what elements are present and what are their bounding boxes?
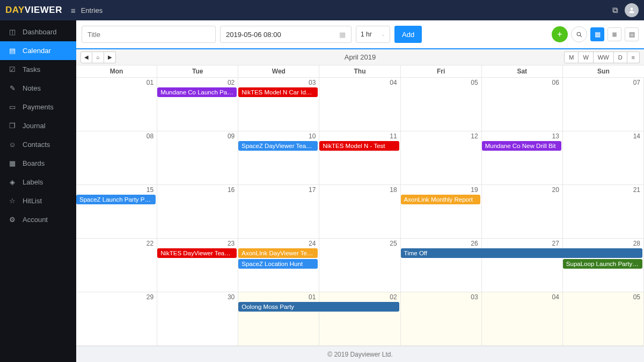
calendar-cell[interactable]: 01 — [76, 78, 157, 131]
view-m-button[interactable]: M — [564, 51, 579, 63]
calendar-cell[interactable]: 02 — [157, 78, 238, 131]
contacts-icon: ☺ — [9, 141, 16, 149]
sidebar-item-calendar[interactable]: ▤Calendar — [0, 41, 76, 60]
calendar-event[interactable]: Mundane Co Launch Party … — [157, 87, 237, 97]
calendar-event[interactable]: SupaLoop Launch Party Pa… — [563, 259, 642, 269]
date-input[interactable]: 2019-05-06 08:00 ▦ — [220, 26, 352, 43]
calendar-cell[interactable]: 30 — [157, 292, 238, 345]
calendar-cell[interactable]: 04 — [482, 292, 563, 345]
calendar-cell[interactable]: 03 — [401, 292, 482, 345]
sidebar-item-tasks[interactable]: ☑Tasks — [0, 60, 76, 79]
view-list-button[interactable]: ≣ — [608, 27, 621, 41]
view-grid-button[interactable]: ▤ — [625, 27, 639, 41]
calendar-cell[interactable]: 15 — [76, 185, 157, 238]
svg-line-2 — [580, 35, 581, 36]
calendar-event[interactable]: SpaceZ Launch Party Paym… — [76, 195, 156, 204]
calendar-cell[interactable]: 05 — [563, 292, 644, 345]
calendar-event[interactable]: AxonLInk DayViewer Team … — [238, 248, 318, 258]
payments-icon: ▭ — [9, 103, 16, 111]
calendar-cell[interactable]: 04 — [319, 78, 400, 131]
sidebar-item-boards[interactable]: ▦Boards — [0, 154, 76, 173]
sidebar-item-notes[interactable]: ✎Notes — [0, 79, 76, 98]
next-button[interactable]: ▶ — [104, 51, 116, 63]
calendar-cell[interactable]: 14 — [563, 131, 644, 184]
day-number: 25 — [390, 240, 397, 247]
menu-icon[interactable]: ≡ — [71, 6, 76, 15]
sidebar-item-dashboard[interactable]: ◫Dashboard — [0, 23, 76, 41]
view-w-button[interactable]: W — [579, 51, 593, 63]
calendar-cell[interactable]: 01 — [238, 292, 319, 345]
calendar-cell[interactable]: 10 — [238, 131, 319, 184]
calendar-cell[interactable]: 17 — [238, 185, 319, 238]
calendar-cell[interactable]: 27 — [482, 239, 563, 292]
calendar-event[interactable]: NikTES DayViewer Team Room — [157, 248, 237, 258]
calendar-cell[interactable]: 02 — [319, 292, 400, 345]
calendar-cell[interactable]: 20 — [482, 185, 563, 238]
calendar-cell[interactable]: 05 — [401, 78, 482, 131]
calendar-cell[interactable]: 09 — [157, 131, 238, 184]
sidebar-item-hitlist[interactable]: ☆HitList — [0, 191, 76, 210]
sidebar-item-journal[interactable]: ❐Journal — [0, 116, 76, 135]
dashboard-icon: ◫ — [9, 28, 16, 36]
day-number: 29 — [147, 293, 153, 301]
calendar-cell[interactable]: 13 — [482, 131, 563, 184]
add-button[interactable]: Add — [394, 26, 422, 43]
calendar-cell[interactable]: 08 — [76, 131, 157, 184]
logo-day: DAY — [5, 5, 25, 15]
sidebar-item-account[interactable]: ⚙Account — [0, 210, 76, 229]
calendar-cell[interactable]: 25 — [319, 239, 400, 292]
calendar-week: 15161718192021SpaceZ Launch Party Paym…A… — [76, 185, 644, 239]
calendar-grid: 01020304050607Mundane Co Launch Party …N… — [76, 78, 644, 346]
title-input[interactable] — [82, 26, 216, 43]
sidebar-item-contacts[interactable]: ☺Contacts — [0, 135, 76, 154]
day-number: 03 — [471, 293, 478, 301]
calendar-cell[interactable]: 07 — [563, 78, 644, 131]
day-number: 02 — [390, 293, 397, 301]
day-number: 27 — [552, 240, 559, 247]
calendar-cell[interactable]: 12 — [401, 131, 482, 184]
view-d-button[interactable]: D — [614, 51, 627, 63]
sidebar-item-label: HitList — [23, 197, 42, 205]
today-button[interactable]: ⌂ — [92, 51, 104, 63]
duration-select[interactable]: 1 hr ⌄ — [356, 26, 390, 43]
copy-icon[interactable]: ⧉ — [612, 5, 618, 15]
calendar-event[interactable]: SpaceZ DayViewer Team Ro… — [238, 141, 318, 151]
calendar-event[interactable]: Mundane Co New Drill Bit — [482, 141, 561, 151]
search-button[interactable] — [571, 26, 587, 42]
calendar-cell[interactable]: 26 — [401, 239, 482, 292]
svg-point-0 — [631, 8, 633, 10]
sidebar-item-label: Labels — [23, 178, 43, 186]
calendar-icon: ▦ — [339, 31, 346, 39]
calendar-event[interactable]: NikTES Model N - Test — [319, 141, 399, 151]
view-calendar-button[interactable]: ▦ — [590, 27, 604, 41]
calendar-event[interactable]: AxonLink Monthly Report — [401, 195, 480, 204]
calendar-cell[interactable]: 23 — [157, 239, 238, 292]
day-header: Wed — [238, 65, 319, 77]
calendar-cell[interactable]: 06 — [482, 78, 563, 131]
calendar-event[interactable]: SpaceZ Location Hunt — [238, 259, 318, 269]
date-value: 2019-05-06 08:00 — [226, 31, 281, 39]
sidebar-item-label: Account — [23, 216, 48, 224]
day-number: 24 — [309, 240, 316, 247]
search-icon — [576, 31, 583, 38]
sidebar-item-payments[interactable]: ▭Payments — [0, 98, 76, 116]
sidebar-item-labels[interactable]: ◈Labels — [0, 173, 76, 191]
calendar-cell[interactable]: 03 — [238, 78, 319, 131]
calendar-cell[interactable]: 22 — [76, 239, 157, 292]
calendar-cell[interactable]: 29 — [76, 292, 157, 345]
calendar-event[interactable]: Oolong Moss Party — [238, 302, 399, 312]
view-ww-button[interactable]: WW — [594, 51, 614, 63]
day-number: 05 — [633, 293, 640, 301]
calendar-cell[interactable]: 11 — [319, 131, 400, 184]
new-button[interactable]: + — [552, 26, 568, 42]
calendar-cell[interactable]: 19 — [401, 185, 482, 238]
calendar-cell[interactable]: 18 — [319, 185, 400, 238]
calendar-event[interactable]: NikTES Model N Car Ideas — [238, 87, 318, 97]
calendar-cell[interactable]: 21 — [563, 185, 644, 238]
sidebar-item-label: Tasks — [23, 65, 40, 73]
prev-button[interactable]: ◀ — [80, 51, 92, 63]
calendar-event[interactable]: Time Off — [401, 248, 642, 258]
calendar-cell[interactable]: 16 — [157, 185, 238, 238]
avatar[interactable] — [625, 3, 639, 17]
view-≡-button[interactable]: ≡ — [627, 51, 640, 63]
